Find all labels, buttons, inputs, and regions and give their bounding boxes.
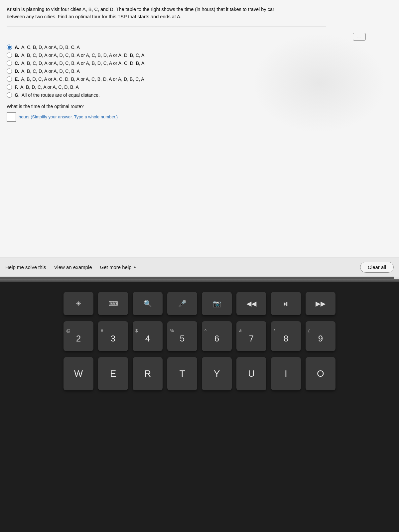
key-W-label: W xyxy=(74,368,83,379)
text-G: All of the routes are of equal distance. xyxy=(22,92,100,98)
radio-F[interactable] xyxy=(7,84,12,90)
key-T[interactable]: T xyxy=(167,357,197,390)
key-U[interactable]: U xyxy=(236,357,266,390)
key-E[interactable]: E xyxy=(98,357,128,390)
choice-B[interactable]: B. A, B, C, D, A or A, D, C, B, A or A, … xyxy=(7,53,392,58)
keyboard-area: ☀ ⌨ 🔍 🎤 📷 ◀◀ ⏯ ▶▶ @ 2 # 3 xyxy=(0,282,399,532)
radio-D[interactable] xyxy=(7,68,12,74)
key-2[interactable]: @ 2 xyxy=(64,321,93,351)
rewind-key[interactable]: ◀◀ xyxy=(236,292,266,315)
key-R-label: R xyxy=(144,368,151,379)
key-I-label: I xyxy=(285,368,287,379)
bottom-toolbar: Help me solve this View an example Get m… xyxy=(0,257,399,277)
radio-B[interactable] xyxy=(7,53,12,58)
question-text: Kristin is planning to visit four cities… xyxy=(7,6,293,21)
brightness-key[interactable]: ☀ xyxy=(64,292,93,315)
text-B: A, B, C, D, A or A, D, C, B, A or A, C, … xyxy=(21,53,144,58)
key-7[interactable]: & 7 xyxy=(236,321,266,351)
keyboard-key[interactable]: ⌨ xyxy=(98,292,128,315)
key-5-top: % xyxy=(167,329,174,333)
mic-icon: 🎤 xyxy=(178,300,187,308)
key-4-top: $ xyxy=(133,329,138,333)
label-E: E. xyxy=(15,76,19,82)
mic-key[interactable]: 🎤 xyxy=(167,292,197,315)
key-6-top: ^ xyxy=(202,329,206,333)
text-A: A, C, B, D, A or A, D, B, C, A xyxy=(21,45,80,50)
laptop-screen: Kristin is planning to visit four cities… xyxy=(0,0,399,279)
text-D: A, B, C, D, A or A, D, C, B, A xyxy=(21,68,80,74)
label-D: D. xyxy=(15,68,19,74)
get-more-help-label: Get more help xyxy=(100,264,132,270)
search-icon: 🔍 xyxy=(144,300,152,308)
brightness-icon: ☀ xyxy=(75,300,81,308)
clear-all-button[interactable]: Clear all xyxy=(360,262,394,273)
key-I[interactable]: I xyxy=(271,357,301,390)
choice-C[interactable]: C. A, B, C, D, A or A, D, C, B, A or A, … xyxy=(7,61,392,66)
text-E: A, B, D, C, A or A, C, D, B, A or A, C, … xyxy=(21,76,144,82)
number-key-row: @ 2 # 3 $ 4 % 5 ^ 6 & 7 * 8 ( 9 xyxy=(17,321,382,351)
key-8[interactable]: * 8 xyxy=(271,321,301,351)
key-2-main: 2 xyxy=(76,333,81,344)
help-solve-link[interactable]: Help me solve this xyxy=(5,264,46,270)
choice-E[interactable]: E. A, B, D, C, A or A, C, D, B, A or A, … xyxy=(7,76,392,82)
key-5-main: 5 xyxy=(180,333,185,344)
text-C: A, B, C, D, A or A, D, C, B, A or A, B, … xyxy=(21,61,144,66)
view-example-link[interactable]: View an example xyxy=(54,264,92,270)
letter-key-row: W E R T Y U I O xyxy=(17,357,382,390)
key-T-label: T xyxy=(179,368,185,379)
label-C: C. xyxy=(15,61,19,66)
screen-bezel xyxy=(0,279,399,282)
search-key[interactable]: 🔍 xyxy=(133,292,163,315)
key-8-top: * xyxy=(271,329,275,333)
key-7-top: & xyxy=(236,329,242,333)
key-9-main: 9 xyxy=(318,333,323,344)
divider xyxy=(7,27,326,27)
key-5[interactable]: % 5 xyxy=(167,321,197,351)
key-6-main: 6 xyxy=(214,333,219,344)
key-3[interactable]: # 3 xyxy=(98,321,128,351)
answer-hint: hours (Simplify your answer. Type a whol… xyxy=(19,114,118,119)
label-A: A. xyxy=(15,45,19,50)
key-E-label: E xyxy=(110,368,116,379)
answer-choices: A. A, C, B, D, A or A, D, B, C, A B. A, … xyxy=(7,45,392,98)
time-question: What is the time of the optimal route? xyxy=(7,104,392,109)
table-area: ... xyxy=(7,33,392,41)
radio-G[interactable] xyxy=(7,92,12,98)
camera-icon: 📷 xyxy=(213,300,221,308)
rewind-icon: ◀◀ xyxy=(246,300,256,308)
more-button[interactable]: ... xyxy=(353,33,366,41)
chevron-up-icon: ▲ xyxy=(133,265,137,269)
key-O[interactable]: O xyxy=(306,357,335,390)
fastforward-key[interactable]: ▶▶ xyxy=(306,292,335,315)
key-4[interactable]: $ 4 xyxy=(133,321,163,351)
radio-C[interactable] xyxy=(7,61,12,66)
key-2-top: @ xyxy=(64,329,70,333)
key-9-top: ( xyxy=(306,329,310,333)
label-F: F. xyxy=(15,84,18,90)
key-W[interactable]: W xyxy=(64,357,93,390)
key-8-main: 8 xyxy=(284,333,288,344)
key-Y[interactable]: Y xyxy=(202,357,232,390)
answer-box[interactable] xyxy=(7,112,16,122)
choice-G[interactable]: G. All of the routes are of equal distan… xyxy=(7,92,392,98)
label-B: B. xyxy=(15,53,19,58)
key-R[interactable]: R xyxy=(133,357,163,390)
key-4-main: 4 xyxy=(145,333,150,344)
choice-F[interactable]: F. A, B, D, C, A or A, C, D, B, A xyxy=(7,84,392,90)
key-7-main: 7 xyxy=(249,333,254,344)
fastforward-icon: ▶▶ xyxy=(316,300,326,308)
media-key-row: ☀ ⌨ 🔍 🎤 📷 ◀◀ ⏯ ▶▶ xyxy=(17,292,382,315)
choice-A[interactable]: A. A, C, B, D, A or A, D, B, C, A xyxy=(7,45,392,50)
choice-D[interactable]: D. A, B, C, D, A or A, D, C, B, A xyxy=(7,68,392,74)
key-3-top: # xyxy=(98,329,103,333)
camera-key[interactable]: 📷 xyxy=(202,292,232,315)
text-F: A, B, D, C, A or A, C, D, B, A xyxy=(20,84,79,90)
content-area: Kristin is planning to visit four cities… xyxy=(0,0,399,277)
radio-A[interactable] xyxy=(7,45,12,50)
playpause-key[interactable]: ⏯ xyxy=(271,292,301,315)
radio-E[interactable] xyxy=(7,76,12,82)
key-9[interactable]: ( 9 xyxy=(306,321,335,351)
key-6[interactable]: ^ 6 xyxy=(202,321,232,351)
get-more-help-button[interactable]: Get more help ▲ xyxy=(100,264,137,270)
label-G: G. xyxy=(15,92,20,98)
